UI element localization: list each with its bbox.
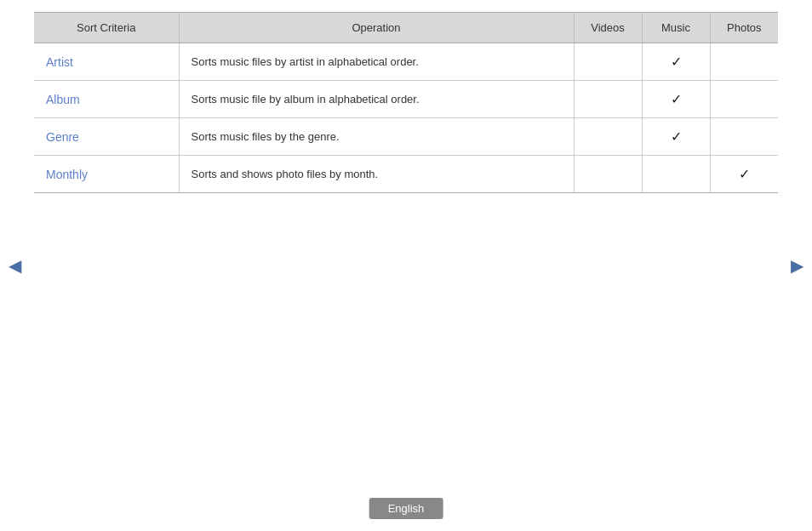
cell-videos [574, 156, 642, 193]
table-row: GenreSorts music files by the genre.✓ [34, 118, 778, 156]
cell-photos: ✓ [710, 156, 778, 193]
cell-videos [574, 118, 642, 156]
cell-operation: Sorts music files by the genre. [179, 118, 574, 156]
header-operation: Operation [179, 13, 574, 43]
cell-music: ✓ [642, 118, 710, 156]
page-container: Sort Criteria Operation Videos Music Pho… [0, 0, 812, 531]
table-row: AlbumSorts music file by album in alphab… [34, 81, 778, 118]
nav-left-button[interactable]: ◀ [9, 255, 21, 276]
criteria-label: Artist [46, 55, 73, 69]
language-button[interactable]: English [369, 498, 443, 519]
cell-criteria: Monthly [34, 156, 179, 193]
table-row: MonthlySorts and shows photo files by mo… [34, 156, 778, 193]
cell-music [642, 156, 710, 193]
criteria-label: Monthly [46, 168, 88, 181]
sort-criteria-table: Sort Criteria Operation Videos Music Pho… [34, 12, 778, 193]
header-videos: Videos [574, 13, 642, 43]
language-bar: English [369, 498, 443, 519]
criteria-label: Genre [46, 130, 79, 144]
cell-operation: Sorts and shows photo files by month. [179, 156, 574, 193]
cell-videos [574, 43, 642, 81]
header-music: Music [642, 13, 710, 43]
criteria-label: Album [46, 93, 80, 106]
cell-music: ✓ [642, 81, 710, 118]
cell-criteria: Artist [34, 43, 179, 81]
cell-photos [710, 81, 778, 118]
header-criteria: Sort Criteria [34, 13, 179, 43]
cell-operation: Sorts music files by artist in alphabeti… [179, 43, 574, 81]
table-header-row: Sort Criteria Operation Videos Music Pho… [34, 13, 778, 43]
cell-photos [710, 118, 778, 156]
cell-videos [574, 81, 642, 118]
header-photos: Photos [710, 13, 778, 43]
cell-criteria: Album [34, 81, 179, 118]
nav-right-button[interactable]: ▶ [791, 255, 803, 276]
table-row: ArtistSorts music files by artist in alp… [34, 43, 778, 81]
cell-photos [710, 43, 778, 81]
cell-criteria: Genre [34, 118, 179, 156]
cell-music: ✓ [642, 43, 710, 81]
cell-operation: Sorts music file by album in alphabetica… [179, 81, 574, 118]
